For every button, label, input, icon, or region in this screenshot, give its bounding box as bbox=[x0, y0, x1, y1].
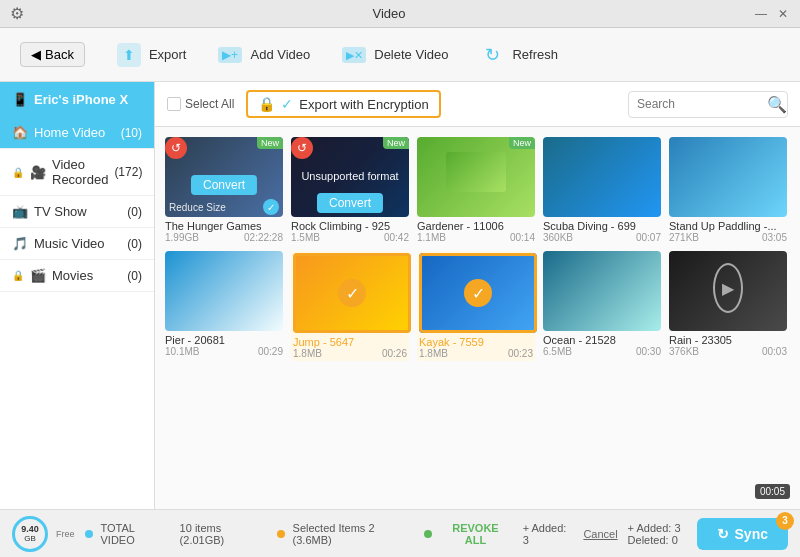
video-duration: 00:26 bbox=[382, 348, 407, 359]
sidebar-item-home-video[interactable]: 🏠 Home Video (10) bbox=[0, 117, 154, 149]
list-item[interactable]: ✓ Kayak - 7559 1.8MB 00:23 bbox=[417, 251, 535, 361]
video-size: 10.1MB bbox=[165, 346, 199, 357]
delete-video-button[interactable]: ▶✕ Delete Video bbox=[340, 41, 448, 69]
video-size: 376KB bbox=[669, 346, 699, 357]
convert-button[interactable]: Convert bbox=[191, 175, 257, 195]
refresh-icon: ↻ bbox=[478, 41, 506, 69]
video-duration: 00:42 bbox=[384, 232, 409, 243]
green-dot bbox=[424, 530, 432, 538]
tv-show-icon: 📺 bbox=[12, 204, 28, 219]
export-label: Export bbox=[149, 47, 187, 62]
check-encrypt-icon: ✓ bbox=[281, 96, 293, 112]
list-item[interactable]: Ocean - 21528 6.5MB 00:30 bbox=[543, 251, 661, 361]
device-name: 📱 Eric's iPhone X bbox=[0, 82, 154, 117]
lock-icon-2: 🔒 bbox=[12, 270, 24, 281]
encrypt-button[interactable]: 🔒 ✓ Export with Encryption bbox=[246, 90, 440, 118]
video-thumbnail bbox=[543, 137, 661, 217]
sync-badge: 3 bbox=[776, 512, 794, 530]
sidebar-item-music-video[interactable]: 🎵 Music Video (0) bbox=[0, 228, 154, 260]
sidebar-item-tv-show[interactable]: 📺 TV Show (0) bbox=[0, 196, 154, 228]
list-item[interactable]: New Gardener - 11006 1.1MB 00:14 bbox=[417, 137, 535, 243]
new-badge: New bbox=[383, 137, 409, 149]
video-thumbnail: ↺ New Unsupported format Convert bbox=[291, 137, 409, 217]
video-size: 271KB bbox=[669, 232, 699, 243]
added-deleted-info: + Added: 3 Deleted: 0 bbox=[628, 522, 681, 546]
list-item[interactable]: Stand Up Paddling -... 271KB 03:05 bbox=[669, 137, 787, 243]
added-count: + Added: 3 bbox=[628, 522, 681, 534]
video-meta: 271KB 03:05 bbox=[669, 232, 787, 243]
close-button[interactable]: ✕ bbox=[776, 7, 790, 21]
back-button[interactable]: ◀ Back bbox=[20, 42, 85, 67]
video-duration: 03:05 bbox=[762, 232, 787, 243]
video-meta: 1.99GB 02:22:28 bbox=[165, 232, 283, 243]
video-meta: 1.1MB 00:14 bbox=[417, 232, 535, 243]
video-size: 1.99GB bbox=[165, 232, 199, 243]
video-size: 6.5MB bbox=[543, 346, 572, 357]
video-name: Rain - 23305 bbox=[669, 334, 787, 346]
video-thumbnail: New bbox=[417, 137, 535, 217]
video-recorded-icon: 🎥 bbox=[30, 165, 46, 180]
video-thumbnail bbox=[543, 251, 661, 331]
video-meta: 6.5MB 00:30 bbox=[543, 346, 661, 357]
refresh-label: Refresh bbox=[512, 47, 558, 62]
list-item[interactable]: ↺ New Unsupported format Convert Rock Cl… bbox=[291, 137, 409, 243]
sync-button[interactable]: ↻ Sync 3 bbox=[697, 518, 788, 550]
list-item[interactable]: Scuba Diving - 699 360KB 00:07 bbox=[543, 137, 661, 243]
gear-button[interactable]: ⚙ bbox=[10, 4, 24, 23]
minimize-button[interactable]: — bbox=[754, 7, 768, 21]
free-label: Free bbox=[56, 529, 75, 539]
selected-items-label: Selected Items 2 (3.6MB) bbox=[293, 522, 417, 546]
video-name: Rock Climbing - 925 bbox=[291, 220, 409, 232]
back-label: Back bbox=[45, 47, 74, 62]
revert-badge: ↺ bbox=[165, 137, 187, 159]
video-name: Kayak - 7559 bbox=[419, 336, 533, 348]
unsupported-label: Unsupported format bbox=[301, 170, 398, 182]
search-input[interactable] bbox=[637, 97, 767, 111]
add-video-button[interactable]: ▶+ Add Video bbox=[216, 41, 310, 69]
video-thumbnail: ✓ bbox=[419, 253, 537, 333]
list-item[interactable]: Pier - 20681 10.1MB 00:29 bbox=[165, 251, 283, 361]
video-duration: 00:23 bbox=[508, 348, 533, 359]
list-item[interactable]: ▶ Rain - 23305 376KB 00:03 bbox=[669, 251, 787, 361]
blue-dot bbox=[85, 530, 93, 538]
refresh-button[interactable]: ↻ Refresh bbox=[478, 41, 558, 69]
svg-text:↻: ↻ bbox=[485, 45, 500, 65]
video-grid: ↺ New Convert Reduce Size ✓ The Hunger G… bbox=[155, 127, 800, 509]
video-meta: 360KB 00:07 bbox=[543, 232, 661, 243]
svg-text:⬆: ⬆ bbox=[123, 47, 135, 63]
main-panel: Select All 🔒 ✓ Export with Encryption 🔍 bbox=[155, 82, 800, 509]
timestamp-badge: 00:05 bbox=[755, 484, 790, 499]
revoke-all-button[interactable]: REVOKE ALL bbox=[440, 522, 510, 546]
list-item[interactable]: ↺ New Convert Reduce Size ✓ The Hunger G… bbox=[165, 137, 283, 243]
video-meta: 376KB 00:03 bbox=[669, 346, 787, 357]
revert-badge: ↺ bbox=[291, 137, 313, 159]
sync-icon: ↻ bbox=[717, 526, 729, 542]
add-video-label: Add Video bbox=[250, 47, 310, 62]
reduce-size-row: Reduce Size ✓ bbox=[169, 199, 279, 215]
sidebar-item-video-recorded[interactable]: 🔒 🎥 Video Recorded (172) bbox=[0, 149, 154, 196]
window-title: Video bbox=[24, 6, 754, 21]
list-item[interactable]: ✓ Jump - 5647 1.8MB 00:26 bbox=[291, 251, 409, 361]
total-video-label: TOTAL VIDEO bbox=[101, 522, 172, 546]
main-container: ◀ Back ⬆ Export ▶+ Add Video bbox=[0, 28, 800, 557]
video-duration: 00:29 bbox=[258, 346, 283, 357]
sidebar: 📱 Eric's iPhone X 🏠 Home Video (10) 🔒 🎥 … bbox=[0, 82, 155, 509]
video-thumbnail bbox=[669, 137, 787, 217]
search-box[interactable]: 🔍 bbox=[628, 91, 788, 118]
video-name: Gardener - 11006 bbox=[417, 220, 535, 232]
lock-encrypt-icon: 🔒 bbox=[258, 96, 275, 112]
video-name: Pier - 20681 bbox=[165, 334, 283, 346]
video-name: The Hunger Games bbox=[165, 220, 283, 232]
search-icon: 🔍 bbox=[767, 95, 787, 114]
video-duration: 00:30 bbox=[636, 346, 661, 357]
sidebar-item-movies[interactable]: 🔒 🎬 Movies (0) bbox=[0, 260, 154, 292]
home-video-icon: 🏠 bbox=[12, 125, 28, 140]
select-all-checkbox[interactable] bbox=[167, 97, 181, 111]
export-button[interactable]: ⬆ Export bbox=[115, 41, 187, 69]
video-size: 1.5MB bbox=[291, 232, 320, 243]
convert-button[interactable]: Convert bbox=[317, 193, 383, 213]
panel-toolbar: Select All 🔒 ✓ Export with Encryption 🔍 bbox=[155, 82, 800, 127]
video-name: Stand Up Paddling -... bbox=[669, 220, 787, 232]
video-size: 1.8MB bbox=[293, 348, 322, 359]
cancel-link[interactable]: Cancel bbox=[583, 528, 617, 540]
